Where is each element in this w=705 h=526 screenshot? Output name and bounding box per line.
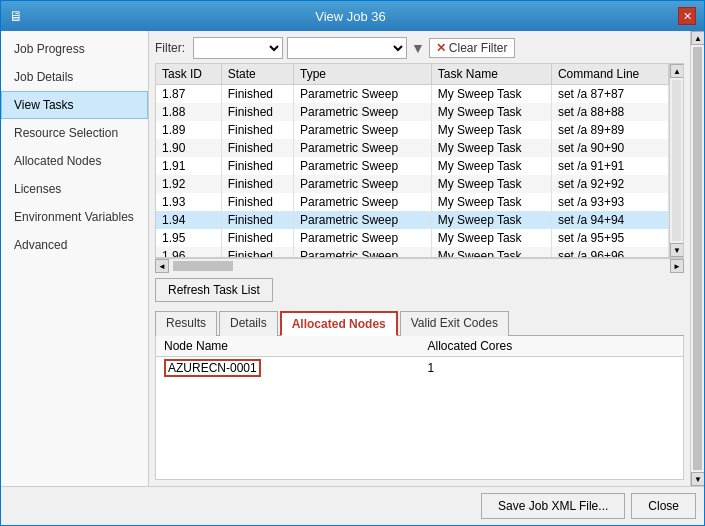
table-row[interactable]: 1.92FinishedParametric SweepMy Sweep Tas… xyxy=(156,175,669,193)
filter-bar: Filter: ▼ ✕ Clear Filter xyxy=(155,37,684,59)
filter-funnel-icon: ▼ xyxy=(411,40,425,56)
clear-filter-label: Clear Filter xyxy=(449,41,508,55)
window-body: Job Progress Job Details View Tasks Reso… xyxy=(1,31,704,486)
bottom-bar: Save Job XML File... Close xyxy=(1,486,704,525)
tab-details[interactable]: Details xyxy=(219,311,278,336)
filter-select-value[interactable] xyxy=(287,37,407,59)
clear-icon: ✕ xyxy=(436,41,446,55)
task-table-hscrollbar: ◄ ► xyxy=(155,258,684,272)
sidebar-item-allocated-nodes[interactable]: Allocated Nodes xyxy=(1,147,148,175)
table-row[interactable]: 1.90FinishedParametric SweepMy Sweep Tas… xyxy=(156,139,669,157)
table-row[interactable]: 1.94FinishedParametric SweepMy Sweep Tas… xyxy=(156,211,669,229)
main-window: 🖥 View Job 36 ✕ Job Progress Job Details… xyxy=(0,0,705,526)
scroll-up-arrow[interactable]: ▲ xyxy=(670,64,684,78)
window-icon: 🖥 xyxy=(9,8,23,24)
tab-valid-exit-codes[interactable]: Valid Exit Codes xyxy=(400,311,509,336)
table-row[interactable]: 1.88FinishedParametric SweepMy Sweep Tas… xyxy=(156,103,669,121)
sidebar: Job Progress Job Details View Tasks Reso… xyxy=(1,31,149,486)
task-table: Task ID State Type Task Name Command Lin… xyxy=(156,64,669,257)
title-bar-controls: ✕ xyxy=(678,7,696,25)
node-table: Node Name Allocated Cores AZURECN-0001 1 xyxy=(156,336,683,379)
col-type: Type xyxy=(294,64,432,85)
sidebar-item-environment-variables[interactable]: Environment Variables xyxy=(1,203,148,231)
table-row[interactable]: 1.87FinishedParametric SweepMy Sweep Tas… xyxy=(156,85,669,104)
table-row[interactable]: 1.91FinishedParametric SweepMy Sweep Tas… xyxy=(156,157,669,175)
node-name-cell: AZURECN-0001 xyxy=(156,357,420,380)
allocated-cores-cell: 1 xyxy=(420,357,684,380)
tabs-row: Results Details Allocated Nodes Valid Ex… xyxy=(155,310,684,336)
title-bar: 🖥 View Job 36 ✕ xyxy=(1,1,704,31)
save-job-xml-button[interactable]: Save Job XML File... xyxy=(481,493,625,519)
sidebar-item-view-tasks[interactable]: View Tasks xyxy=(1,91,148,119)
tab-allocated-nodes[interactable]: Allocated Nodes xyxy=(280,311,398,336)
node-name-value: AZURECN-0001 xyxy=(164,359,261,377)
main-vscrollbar: ▲ ▼ xyxy=(690,31,704,486)
bottom-panel: Results Details Allocated Nodes Valid Ex… xyxy=(155,310,684,480)
table-row[interactable]: 1.89FinishedParametric SweepMy Sweep Tas… xyxy=(156,121,669,139)
task-table-container: Task ID State Type Task Name Command Lin… xyxy=(155,63,684,258)
main-content: Filter: ▼ ✕ Clear Filter xyxy=(149,31,690,486)
close-button[interactable]: ✕ xyxy=(678,7,696,25)
filter-select-type[interactable] xyxy=(193,37,283,59)
main-scroll-thumb[interactable] xyxy=(693,47,702,470)
filter-label: Filter: xyxy=(155,41,185,55)
refresh-task-list-button[interactable]: Refresh Task List xyxy=(155,278,273,302)
task-table-body: 1.87FinishedParametric SweepMy Sweep Tas… xyxy=(156,85,669,258)
col-task-name: Task Name xyxy=(431,64,551,85)
node-table-body: AZURECN-0001 1 xyxy=(156,357,683,380)
main-scroll-up[interactable]: ▲ xyxy=(691,31,704,45)
scroll-down-arrow[interactable]: ▼ xyxy=(670,243,684,257)
node-table-header-row: Node Name Allocated Cores xyxy=(156,336,683,357)
sidebar-item-advanced[interactable]: Advanced xyxy=(1,231,148,259)
col-task-id: Task ID xyxy=(156,64,221,85)
col-node-name: Node Name xyxy=(156,336,420,357)
window-title: View Job 36 xyxy=(23,9,678,24)
sidebar-item-job-details[interactable]: Job Details xyxy=(1,63,148,91)
scroll-right-arrow[interactable]: ► xyxy=(670,259,684,273)
tab-results[interactable]: Results xyxy=(155,311,217,336)
close-button-bottom[interactable]: Close xyxy=(631,493,696,519)
task-table-vscrollbar: ▲ ▼ xyxy=(669,64,683,257)
table-header-row: Task ID State Type Task Name Command Lin… xyxy=(156,64,669,85)
h-scrollbar-track[interactable] xyxy=(169,259,670,272)
table-row[interactable]: 1.93FinishedParametric SweepMy Sweep Tas… xyxy=(156,193,669,211)
col-allocated-cores: Allocated Cores xyxy=(420,336,684,357)
col-state: State xyxy=(221,64,293,85)
main-scroll-down[interactable]: ▼ xyxy=(691,472,704,486)
sidebar-item-licenses[interactable]: Licenses xyxy=(1,175,148,203)
table-row[interactable]: 1.95FinishedParametric SweepMy Sweep Tas… xyxy=(156,229,669,247)
sidebar-item-job-progress[interactable]: Job Progress xyxy=(1,35,148,63)
table-row[interactable]: 1.96FinishedParametric SweepMy Sweep Tas… xyxy=(156,247,669,257)
scroll-left-arrow[interactable]: ◄ xyxy=(155,259,169,273)
table-row: AZURECN-0001 1 xyxy=(156,357,683,380)
clear-filter-button[interactable]: ✕ Clear Filter xyxy=(429,38,515,58)
col-command-line: Command Line xyxy=(551,64,668,85)
sidebar-item-resource-selection[interactable]: Resource Selection xyxy=(1,119,148,147)
node-table-container: Node Name Allocated Cores AZURECN-0001 1 xyxy=(155,336,684,480)
